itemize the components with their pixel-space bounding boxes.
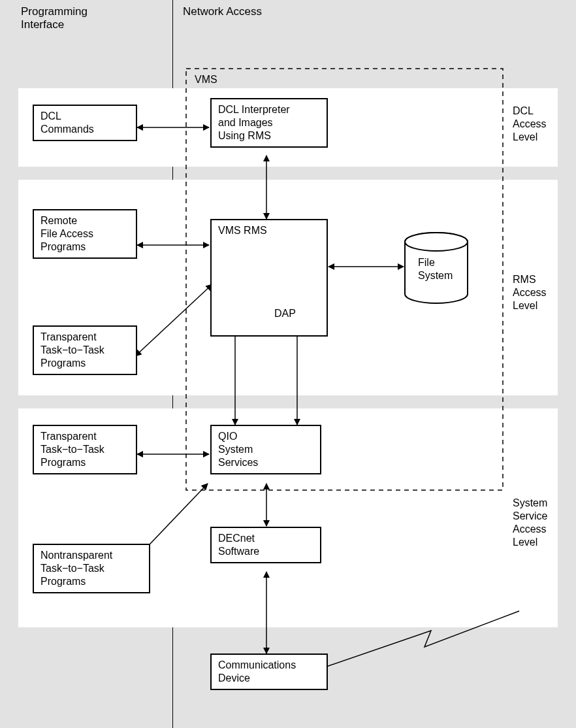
box-dcl-interpreter: DCL Interpreter and Images Using RMS	[210, 98, 328, 148]
text-communications-device: Communications Device	[218, 659, 296, 684]
label-dap: DAP	[274, 307, 296, 320]
box-qio: QIO System Services	[210, 425, 321, 474]
text-dcl-interpreter: DCL Interpreter and Images Using RMS	[218, 104, 290, 141]
text-remote-file-access: Remote File Access Programs	[40, 215, 93, 252]
box-decnet: DECnet Software	[210, 527, 321, 563]
text-qio: QIO System Services	[218, 431, 258, 468]
vms-label: VMS	[195, 73, 217, 86]
box-dcl-commands: DCL Commands	[33, 105, 137, 141]
box-transparent-t2t-rms: Transparent Task−to−Task Programs	[33, 325, 137, 375]
text-transparent-t2t-rms: Transparent Task−to−Task Programs	[40, 331, 104, 369]
label-sys-level: System Service Access Level	[513, 497, 547, 549]
label-rms-level: RMS Access Level	[513, 273, 547, 312]
box-remote-file-access: Remote File Access Programs	[33, 209, 137, 259]
text-transparent-t2t-sys: Transparent Task−to−Task Programs	[40, 431, 104, 468]
text-nontransparent-t2t: Nontransparent Task−to−Task Programs	[40, 550, 112, 587]
label-file-system: File System	[418, 256, 453, 282]
text-dcl-commands: DCL Commands	[40, 110, 94, 135]
box-transparent-t2t-sys: Transparent Task−to−Task Programs	[33, 425, 137, 474]
box-nontransparent-t2t: Nontransparent Task−to−Task Programs	[33, 544, 150, 593]
text-decnet: DECnet Software	[218, 533, 259, 557]
header-network-access: Network Access	[183, 5, 262, 18]
label-dcl-level: DCL Access Level	[513, 105, 547, 144]
box-vms-rms: VMS RMS	[210, 219, 328, 337]
diagram-canvas: Programming Interface Network Access	[0, 0, 576, 728]
text-vms-rms: VMS RMS	[218, 225, 267, 236]
header-programming-interface: Programming Interface	[21, 5, 88, 31]
box-communications-device: Communications Device	[210, 654, 328, 690]
